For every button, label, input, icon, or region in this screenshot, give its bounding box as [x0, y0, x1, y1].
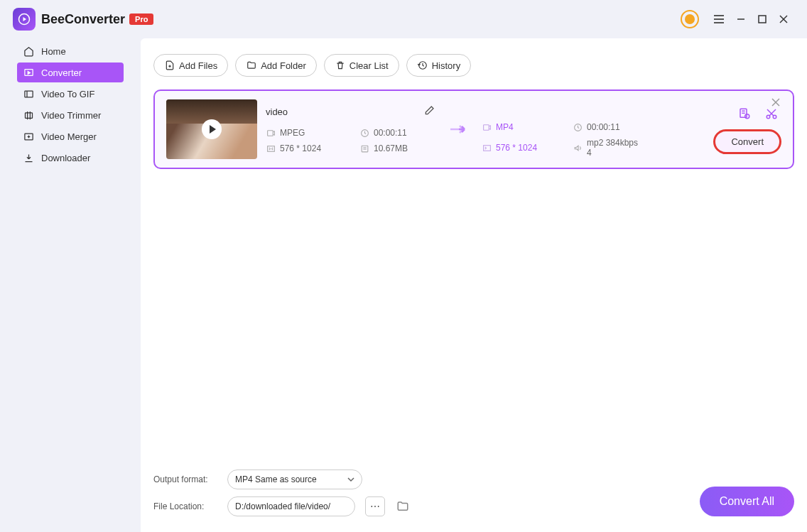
trimmer-icon — [23, 109, 34, 121]
output-format-select[interactable]: MP4 Same as source — [227, 469, 362, 489]
sidebar: Home Converter Video To GIF Video Trimme… — [0, 38, 141, 532]
sidebar-item-video-trimmer[interactable]: Video Trimmer — [17, 105, 124, 125]
history-button[interactable]: History — [406, 54, 471, 77]
size-icon — [359, 143, 369, 153]
trash-icon — [335, 60, 346, 71]
svg-rect-11 — [24, 91, 32, 97]
maximize-button[interactable] — [757, 14, 767, 24]
output-format-label: Output format: — [153, 474, 217, 484]
merger-icon — [23, 131, 34, 142]
app-logo — [13, 8, 36, 31]
clock-icon — [573, 122, 583, 132]
download-icon — [23, 152, 34, 163]
svg-rect-23 — [267, 130, 273, 136]
history-icon — [417, 60, 428, 71]
sidebar-item-home[interactable]: Home — [17, 41, 124, 61]
sidebar-item-label: Home — [41, 46, 66, 57]
close-button[interactable] — [779, 14, 789, 24]
video-icon — [482, 122, 492, 132]
file-location-label: File Location: — [153, 501, 217, 511]
home-icon — [23, 45, 34, 57]
main-panel: Add Files Add Folder Clear List History … — [141, 38, 807, 532]
clear-list-button[interactable]: Clear List — [324, 54, 399, 77]
remove-file-button[interactable] — [771, 98, 783, 109]
gif-icon — [23, 88, 34, 99]
resolution-icon — [266, 143, 276, 153]
footer-bar: Output format: MP4 Same as source File L… — [141, 461, 807, 532]
sidebar-item-label: Video To GIF — [41, 89, 94, 99]
svg-rect-25 — [267, 146, 274, 151]
file-plus-icon — [164, 60, 175, 71]
file-name: video — [266, 107, 288, 117]
open-folder-button[interactable] — [395, 499, 411, 514]
convert-button[interactable]: Convert — [713, 129, 781, 154]
sidebar-item-label: Video Trimmer — [41, 110, 101, 121]
chevron-down-icon — [347, 476, 354, 483]
svg-marker-10 — [28, 71, 30, 74]
title-bar: BeeConverter Pro — [0, 0, 807, 38]
browse-button[interactable]: ⋯ — [365, 496, 385, 516]
menu-icon[interactable] — [712, 12, 726, 26]
sidebar-item-label: Downloader — [41, 153, 90, 163]
convert-all-button[interactable]: Convert All — [700, 487, 794, 516]
source-meta: video MPEG 00:00:11 576 * 1024 10.67MB — [266, 105, 436, 153]
clock-icon — [359, 128, 369, 138]
play-icon — [202, 119, 222, 139]
sidebar-item-video-to-gif[interactable]: Video To GIF — [17, 84, 124, 104]
folder-plus-icon — [246, 60, 257, 71]
sidebar-item-video-merger[interactable]: Video Merger — [17, 126, 124, 146]
add-folder-button[interactable]: Add Folder — [235, 54, 317, 77]
settings-icon[interactable] — [737, 107, 752, 121]
app-name: BeeConverter — [41, 12, 125, 27]
sidebar-item-label: Converter — [41, 67, 82, 78]
sidebar-item-downloader[interactable]: Downloader — [17, 148, 124, 168]
file-item: video MPEG 00:00:11 576 * 1024 10.67MB M… — [153, 89, 794, 169]
video-thumbnail[interactable] — [166, 99, 257, 159]
minimize-button[interactable] — [736, 14, 746, 24]
arrow-right-icon — [449, 123, 469, 136]
video-icon — [266, 128, 276, 138]
edit-name-button[interactable] — [423, 105, 436, 118]
resolution-icon — [482, 143, 492, 153]
toolbar: Add Files Add Folder Clear List History — [141, 54, 807, 89]
sidebar-item-converter[interactable]: Converter — [17, 63, 124, 82]
user-avatar[interactable] — [681, 10, 699, 28]
svg-rect-6 — [759, 16, 766, 23]
target-meta: MP4 00:00:11 576 * 1024 mp2 384kbps 4 — [482, 101, 638, 158]
pro-badge: Pro — [129, 13, 153, 25]
svg-rect-29 — [483, 124, 489, 130]
svg-rect-31 — [483, 145, 490, 151]
add-files-button[interactable]: Add Files — [153, 54, 228, 77]
file-location-field[interactable]: D:/downloaded file/video/ — [227, 496, 355, 516]
audio-icon — [573, 143, 583, 153]
svg-marker-1 — [23, 17, 27, 21]
sidebar-item-label: Video Merger — [41, 131, 97, 142]
svg-rect-13 — [25, 112, 32, 118]
converter-icon — [23, 67, 34, 78]
